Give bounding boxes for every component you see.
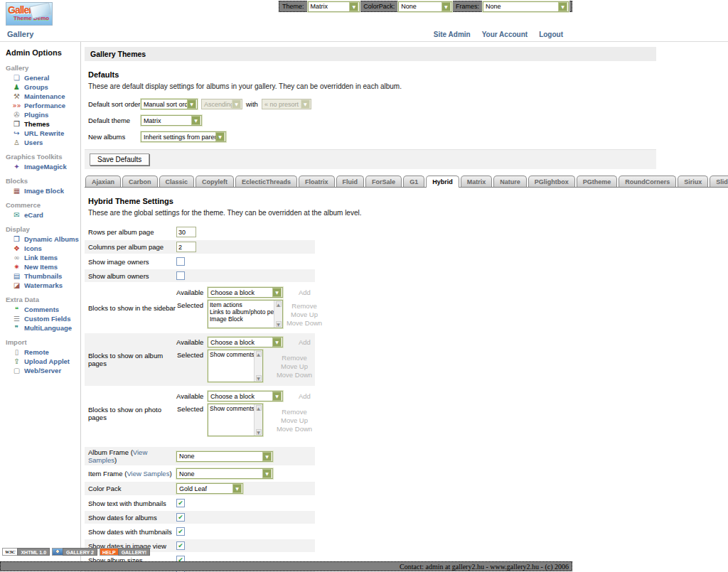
selected-blocks-listbox[interactable]: Item actionsLinks to album/photo peersIm…: [208, 300, 283, 328]
sidebar-item-web-server[interactable]: ▢Web/Server: [0, 366, 80, 375]
sidebar-item-url-rewrite[interactable]: ↪URL Rewrite: [0, 129, 80, 138]
move-down-link[interactable]: Move Down: [277, 425, 312, 433]
sidebar-item-comments[interactable]: ❝Comments: [0, 305, 80, 314]
available-block-select[interactable]: Choose a block ▼: [208, 337, 283, 347]
sidebar-item-multilanguage[interactable]: ❞MultiLanguage: [0, 323, 80, 333]
sort-order-select[interactable]: Manual sort order ▼: [141, 99, 198, 109]
sidebar-item-ecard[interactable]: ✉eCard: [0, 210, 80, 220]
colorpack-select[interactable]: None ▼: [398, 1, 452, 12]
sidebar-item-link-items[interactable]: ∞Link Items: [0, 253, 80, 262]
move-down-link[interactable]: Move Down: [287, 319, 322, 327]
sidebar-item-groups[interactable]: ♟Groups: [0, 82, 80, 92]
move-up-link[interactable]: Move Up: [281, 362, 308, 370]
tab-classic[interactable]: Classic: [159, 176, 195, 187]
show-album-owners-checkbox[interactable]: [176, 271, 185, 280]
scroll-down-icon[interactable]: ▼: [276, 321, 282, 327]
sidebar-item-general[interactable]: ❏General: [0, 73, 80, 82]
listbox-option[interactable]: Image Block: [210, 315, 274, 323]
listbox-option[interactable]: Item actions: [210, 301, 274, 308]
new-albums-select[interactable]: Inherit settings from parent album ▼: [141, 131, 226, 142]
listbox-option[interactable]: Show comments: [210, 351, 254, 358]
tab-g1[interactable]: G1: [403, 176, 424, 187]
move-up-link[interactable]: Move Up: [291, 311, 318, 318]
sidebar-item-maintenance[interactable]: ⚒Maintenance: [0, 92, 80, 101]
sidebar-item-thumbnails[interactable]: ▤Thumbnails: [0, 271, 80, 281]
sidebar-item-users[interactable]: ♙Users: [0, 138, 80, 147]
remove-link[interactable]: Remove: [291, 302, 316, 310]
tab-copyleft[interactable]: Copyleft: [196, 176, 234, 187]
tab-siriux[interactable]: Siriux: [678, 176, 708, 187]
tab-slider[interactable]: Slider: [710, 176, 728, 187]
checkbox[interactable]: ✔: [176, 499, 185, 507]
album-frame-select[interactable]: None ▼: [176, 451, 273, 462]
remove-link[interactable]: Remove: [282, 408, 306, 416]
site-admin-link[interactable]: Site Admin: [434, 31, 471, 38]
tab-eclecticthreads[interactable]: EclecticThreads: [235, 176, 297, 187]
move-up-link[interactable]: Move Up: [281, 416, 308, 424]
sidebar-item-upload-applet[interactable]: ⇪Upload Applet: [0, 357, 80, 366]
logout-link[interactable]: Logout: [539, 31, 563, 38]
tab-ajaxian[interactable]: Ajaxian: [85, 176, 121, 187]
w3c-xhtml-badge[interactable]: W3C XHTML 1.0: [2, 548, 50, 556]
tab-pgtheme[interactable]: PGtheme: [577, 176, 618, 187]
gallery2-badge[interactable]: GALLERY 2: [52, 548, 97, 556]
tab-nature[interactable]: Nature: [493, 176, 527, 187]
available-block-select[interactable]: Choose a block ▼: [208, 287, 283, 298]
save-defaults-button[interactable]: Save Defaults: [90, 153, 149, 166]
breadcrumb-gallery[interactable]: Gallery: [7, 30, 33, 38]
theme-select[interactable]: Matrix ▼: [308, 1, 360, 12]
listbox-option[interactable]: Links to album/photo peers: [210, 308, 274, 315]
remove-link[interactable]: Remove: [282, 354, 306, 362]
scrollbar[interactable]: ▲▼: [254, 404, 262, 436]
sidebar-item-remote[interactable]: ▯Remote: [0, 347, 80, 357]
tab-fluid[interactable]: Fluid: [336, 176, 365, 187]
default-theme-select[interactable]: Matrix ▼: [141, 115, 202, 126]
scroll-up-icon[interactable]: ▲: [276, 301, 282, 307]
sidebar-item-imagemagick[interactable]: ✦ImageMagick: [0, 162, 80, 171]
available-block-select[interactable]: Choose a block ▼: [208, 391, 283, 401]
sidebar-item-icons[interactable]: ❖Icons: [0, 244, 80, 253]
color-pack-select[interactable]: Gold Leaf ▼: [176, 483, 243, 494]
sidebar-item-image-block[interactable]: ▦Image Block: [0, 186, 80, 195]
sidebar-item-watermarks[interactable]: ◪Watermarks: [0, 281, 80, 290]
scrollbar[interactable]: ▲▼: [254, 350, 262, 382]
scroll-up-icon[interactable]: ▲: [256, 405, 262, 411]
sidebar-item-performance[interactable]: »»Performance: [0, 101, 80, 110]
sidebar-item-new-items[interactable]: ✷New Items: [0, 262, 80, 271]
help-gallery-badge[interactable]: HELP GALLERY!: [100, 548, 150, 556]
checkbox[interactable]: ✔: [176, 527, 185, 536]
frames-select[interactable]: None ▼: [483, 1, 569, 12]
scrollbar[interactable]: ▲▼: [274, 301, 282, 328]
tab-carbon[interactable]: Carbon: [122, 176, 158, 187]
scroll-down-icon[interactable]: ▼: [256, 375, 262, 381]
sidebar-item-dynamic-albums[interactable]: ❒Dynamic Albums: [0, 234, 80, 244]
selected-blocks-listbox[interactable]: Show comments ▲▼: [208, 404, 263, 436]
tab-pglightbox[interactable]: PGlightbox: [528, 176, 575, 187]
add-link[interactable]: Add: [299, 391, 311, 400]
your-account-link[interactable]: Your Account: [482, 31, 528, 38]
selected-blocks-listbox[interactable]: Show comments ▲▼: [208, 350, 263, 382]
add-link[interactable]: Add: [299, 287, 311, 296]
item-frame-view-samples-link[interactable]: View Samples: [127, 470, 169, 477]
move-down-link[interactable]: Move Down: [277, 371, 312, 379]
tab-floatrix[interactable]: Floatrix: [299, 176, 335, 187]
tab-roundcorners[interactable]: RoundCorners: [619, 176, 676, 187]
columns-per-page-input[interactable]: [176, 242, 196, 252]
gallery-theme-demo-logo[interactable]: Gallery Theme Demo: [6, 2, 53, 26]
tab-hybrid[interactable]: Hybrid: [426, 176, 459, 188]
add-link[interactable]: Add: [299, 337, 311, 346]
tab-matrix[interactable]: Matrix: [461, 176, 493, 187]
tab-forsale[interactable]: ForSale: [365, 176, 402, 187]
scroll-down-icon[interactable]: ▼: [256, 429, 262, 435]
show-image-owners-checkbox[interactable]: [176, 257, 185, 266]
checkbox[interactable]: ✔: [176, 513, 185, 522]
scroll-up-icon[interactable]: ▲: [256, 351, 262, 357]
sidebar-item-custom-fields[interactable]: ☰Custom Fields: [0, 314, 80, 323]
rows-per-page-input[interactable]: [176, 227, 196, 237]
gallery2-badge-icon: [52, 548, 63, 556]
listbox-option[interactable]: Show comments: [210, 405, 254, 412]
sidebar-item-plugins[interactable]: ✇Plugins: [0, 110, 80, 119]
sidebar-item-themes[interactable]: ❐Themes: [0, 119, 80, 129]
item-frame-select[interactable]: None ▼: [176, 468, 273, 479]
checkbox[interactable]: ✔: [176, 541, 185, 550]
